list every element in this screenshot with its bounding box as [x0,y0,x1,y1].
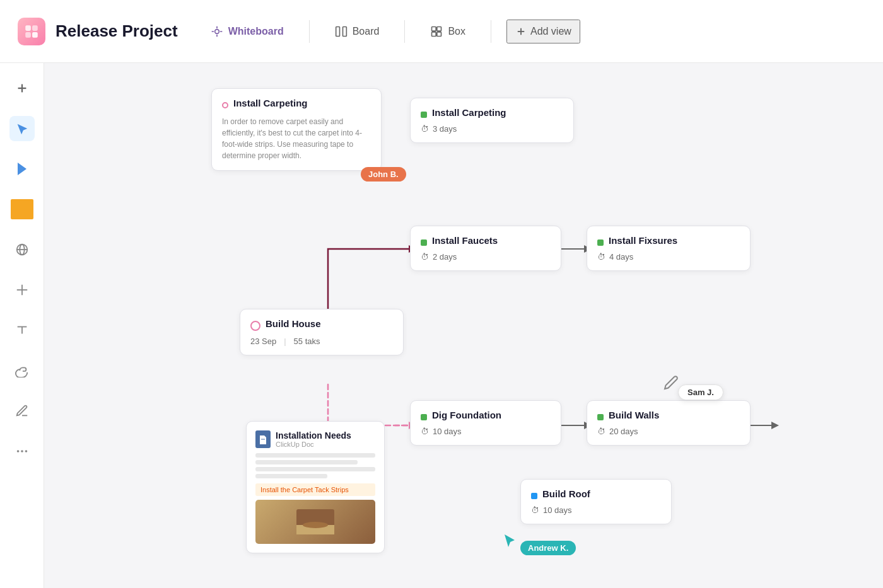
pen-tool-btn[interactable] [9,398,35,424]
divider-1 [309,20,310,43]
svg-rect-10 [437,32,441,36]
svg-rect-7 [432,26,436,31]
svg-point-22 [16,450,19,453]
doc-lines [255,453,375,478]
whiteboard-label: Whiteboard [228,26,284,37]
install-carpeting-days-card[interactable]: Install Carpeting ⏱ 3 days [410,98,574,143]
globe-tool-btn[interactable] [9,237,35,262]
build-walls-title: Build Walls [609,410,659,420]
status-green-3 [597,239,604,246]
divider-2 [404,20,405,43]
box-view-btn[interactable]: Box [420,20,476,43]
install-fixsures-meta: ⏱ 4 days [597,252,740,262]
andrew-k-label: Andrew K. [528,543,568,553]
install-faucets-title: Install Faucets [432,235,498,246]
build-house-date: 23 Sep [250,337,276,346]
sidebar-add-btn[interactable] [9,76,35,101]
build-walls-meta: ⏱ 20 days [597,427,740,436]
doc-header: Installation Needs ClickUp Doc [255,430,375,448]
build-roof-meta: ⏱ 10 days [531,505,661,515]
sidebar [0,63,44,588]
more-tools-btn[interactable] [9,439,35,464]
doc-line-4 [255,474,327,478]
divider-3 [491,20,491,43]
attachment-tool-btn[interactable] [9,358,35,383]
arrow-tool-btn[interactable] [9,156,35,182]
box-label: Box [448,26,465,37]
svg-rect-0 [25,25,31,31]
doc-line-2 [255,460,358,464]
dig-foundation-card[interactable]: Dig Foundation ⏱ 10 days [410,400,561,446]
note-tool-btn[interactable] [9,197,35,222]
install-faucets-meta: ⏱ 2 days [421,252,551,262]
svg-rect-5 [336,26,339,36]
app-icon [18,18,45,45]
whiteboard-icon [211,25,223,38]
add-view-btn[interactable]: Add view [506,20,580,43]
svg-rect-3 [32,32,38,38]
svg-rect-9 [432,32,436,36]
sam-j-label: Sam J. [687,388,714,397]
build-house-meta: 23 Sep | 55 taks [250,337,393,346]
build-roof-days: 10 days [543,505,572,515]
whiteboard-view-btn[interactable]: Whiteboard [201,20,294,43]
install-fixsures-title: Install Fixsures [609,235,677,246]
install-fixsures-card[interactable]: Install Fixsures ⏱ 4 days [587,226,751,271]
build-house-title: Build House [266,318,321,329]
doc-line-1 [255,453,375,458]
add-view-label: Add view [530,26,571,37]
dig-foundation-days: 10 days [433,427,462,436]
pencil-cursor [664,375,679,393]
build-house-card[interactable]: Build House 23 Sep | 55 taks [240,309,404,355]
dig-foundation-meta: ⏱ 10 days [421,427,551,436]
doc-image [255,500,375,544]
svg-rect-8 [437,26,441,31]
svg-point-24 [25,450,27,453]
install-faucets-days: 2 days [433,252,457,262]
plus-icon [515,26,527,37]
board-view-btn[interactable]: Board [325,20,390,43]
john-b-label: John B. [368,170,399,179]
doc-highlight: Install the Carpet Tack Strips [255,483,375,496]
status-green-4 [421,414,427,420]
doc-line-3 [255,467,375,471]
install-carpeting-desc-card[interactable]: Install Carpeting In order to remove car… [211,88,382,171]
teal-cursor [505,534,515,550]
cursor-tool-btn[interactable] [9,116,35,141]
install-faucets-card[interactable]: Install Faucets ⏱ 2 days [410,226,561,271]
svg-rect-2 [25,32,31,38]
svg-rect-1 [32,25,38,31]
grid-tool-btn[interactable] [9,277,35,303]
svg-point-4 [214,29,219,33]
board-label: Board [353,26,380,37]
build-roof-title: Build Roof [542,488,590,499]
doc-subtitle: ClickUp Doc [276,441,351,448]
text-tool-btn[interactable] [9,318,35,343]
doc-title: Installation Needs [276,430,351,441]
install-fixsures-days: 4 days [609,252,633,262]
status-green-1 [421,112,427,118]
john-b-tooltip: John B. [361,167,406,182]
svg-point-23 [21,450,23,453]
status-blue-1 [531,493,537,499]
svg-rect-6 [342,26,346,36]
andrew-k-tooltip: Andrew K. [520,541,576,555]
board-icon [335,25,348,38]
build-house-tasks: 55 taks [294,337,320,346]
status-green-5 [597,414,604,420]
dig-foundation-title: Dig Foundation [432,410,501,420]
install-carpeting-desc-text: In order to remove carpet easily and eff… [222,116,371,161]
whiteboard-canvas[interactable]: Install Carpeting In order to remove car… [44,63,883,588]
doc-card[interactable]: Installation Needs ClickUp Doc Install t… [246,421,385,553]
status-circle [250,321,260,331]
install-carpeting-desc-title: Install Carpeting [233,98,308,108]
sam-j-tooltip: Sam J. [678,384,723,400]
build-walls-days: 20 days [609,427,638,436]
status-dot-pink [222,102,228,108]
status-green-2 [421,239,427,246]
svg-marker-33 [771,422,779,429]
install-carpeting-days-meta: ⏱ 3 days [421,124,563,134]
build-roof-card[interactable]: Build Roof ⏱ 10 days [520,479,672,524]
build-walls-card[interactable]: Build Walls ⏱ 20 days [587,400,751,446]
install-carpeting-days-title: Install Carpeting [432,107,506,118]
